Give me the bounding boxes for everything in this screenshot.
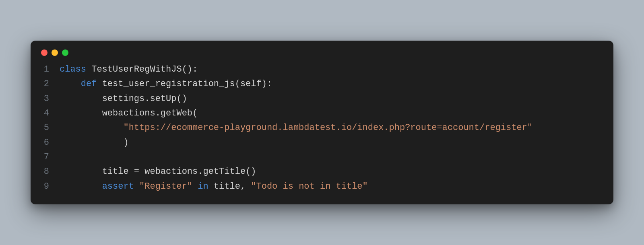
code-content[interactable]: title = webactions.getTitle() [49, 165, 256, 179]
code-line[interactable]: 8 title = webactions.getTitle() [35, 165, 607, 179]
code-content[interactable]: assert "Register" in title, "Todo is not… [49, 179, 368, 194]
code-line[interactable]: 7 [35, 150, 607, 165]
token-str: "Todo is not in title" [251, 181, 367, 191]
code-line[interactable]: 3 settings.setUp() [35, 92, 607, 106]
code-line[interactable]: 6 ) [35, 136, 607, 150]
token-punct: (self): [235, 79, 272, 89]
code-line[interactable]: 1class TestUserRegWithJS(): [35, 62, 607, 77]
line-number: 5 [35, 121, 49, 135]
token-kw: class [60, 64, 86, 74]
token-name: title, [214, 181, 251, 191]
token-kw: assert [102, 181, 134, 191]
token-name: ) [123, 138, 128, 148]
code-content[interactable]: def test_user_registration_js(self): [49, 77, 272, 91]
line-number: 8 [35, 165, 49, 179]
zoom-icon[interactable] [62, 49, 68, 56]
code-window: 1class TestUserRegWithJS():2 def test_us… [31, 41, 613, 204]
minimize-icon[interactable] [52, 49, 58, 56]
token-name: settings.setUp() [102, 94, 187, 104]
token-name: webactions.getWeb( [102, 108, 198, 118]
token-name: TestUserRegWithJS [91, 64, 182, 74]
line-number: 6 [35, 136, 49, 150]
token-str: "https://ecommerce-playground.lambdatest… [123, 123, 533, 133]
token-name: title = webactions.getTitle() [102, 167, 256, 177]
token-punct: (): [182, 64, 198, 74]
line-number: 3 [35, 92, 49, 106]
code-line[interactable]: 5 "https://ecommerce-playground.lambdate… [35, 121, 607, 135]
line-number: 2 [35, 77, 49, 91]
close-icon[interactable] [41, 49, 47, 56]
code-editor[interactable]: 1class TestUserRegWithJS():2 def test_us… [31, 60, 613, 196]
line-number: 9 [35, 179, 49, 194]
token-kw: in [198, 181, 208, 191]
code-line[interactable]: 2 def test_user_registration_js(self): [35, 77, 607, 91]
line-number: 4 [35, 106, 49, 121]
token-name: test_user_registration_js [102, 79, 235, 89]
code-content[interactable]: class TestUserRegWithJS(): [49, 62, 198, 77]
window-titlebar [31, 41, 613, 60]
code-content[interactable]: webactions.getWeb( [49, 106, 198, 121]
code-line[interactable]: 4 webactions.getWeb( [35, 106, 607, 121]
token-str: "Register" [139, 181, 192, 191]
code-content[interactable]: settings.setUp() [49, 92, 187, 106]
line-number: 1 [35, 62, 49, 77]
code-line[interactable]: 9 assert "Register" in title, "Todo is n… [35, 179, 607, 194]
line-number: 7 [35, 150, 49, 165]
code-content[interactable]: "https://ecommerce-playground.lambdatest… [49, 121, 533, 135]
code-content[interactable]: ) [49, 136, 129, 150]
token-kw: def [81, 79, 97, 89]
